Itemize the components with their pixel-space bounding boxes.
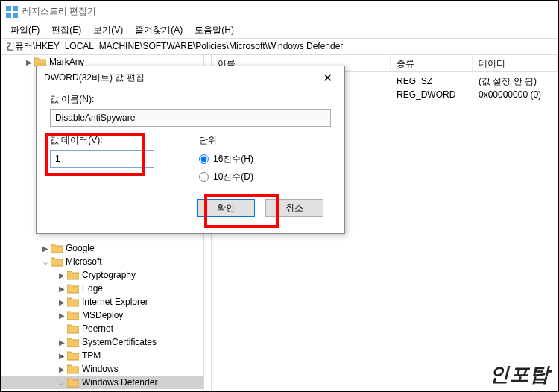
- tree-item-msdeploy[interactable]: ▶ MSDeploy: [1, 309, 203, 322]
- tree-label: Microsoft: [66, 256, 102, 267]
- folder-icon: [67, 283, 79, 294]
- folder-icon: [67, 323, 79, 334]
- radio-hex[interactable]: 16진수(H): [199, 150, 253, 168]
- tree-label: MSDeploy: [82, 310, 123, 320]
- tree-item-syscert[interactable]: ▶ SystemCertificates: [1, 335, 203, 349]
- tree-item-policy-manager[interactable]: Policy Manager: [1, 389, 203, 391]
- folder-icon: [67, 364, 79, 374]
- menu-file[interactable]: 파일(F): [4, 22, 45, 38]
- folder-icon: [51, 256, 63, 267]
- chevron-down-icon[interactable]: ⌵: [57, 379, 67, 387]
- col-header-data[interactable]: 데이터: [473, 55, 558, 71]
- menu-help[interactable]: 도움말(H): [189, 22, 240, 38]
- chevron-down-icon[interactable]: ⌵: [40, 258, 51, 266]
- edit-dword-dialog: DWORD(32비트) 값 편집 ✕ 값 이름(N): 값 데이터(V): 단위…: [36, 66, 345, 234]
- menu-favorites[interactable]: 즐겨찾기(A): [129, 22, 189, 38]
- chevron-right-icon[interactable]: ▶: [57, 312, 67, 320]
- chevron-right-icon[interactable]: ▶: [24, 58, 34, 66]
- tree-label: Windows Defender: [82, 377, 157, 388]
- tree-item-cryptography[interactable]: ▶ Cryptography: [1, 268, 203, 282]
- cell-data: (값 설정 안 됨): [473, 75, 558, 88]
- tree-item-windows[interactable]: ▶ Windows: [1, 362, 203, 376]
- menubar: 파일(F) 편집(E) 보기(V) 즐겨찾기(A) 도움말(H): [1, 22, 558, 39]
- col-header-type[interactable]: 종류: [391, 55, 473, 71]
- chevron-right-icon[interactable]: ▶: [57, 271, 67, 279]
- close-icon[interactable]: ✕: [318, 71, 337, 85]
- tree-label: Cryptography: [82, 270, 136, 280]
- folder-icon: [67, 350, 79, 361]
- watermark: 인포탑: [490, 361, 550, 388]
- chevron-right-icon[interactable]: ▶: [57, 285, 67, 293]
- tree-item-peernet[interactable]: Peernet: [1, 322, 203, 335]
- radio-dec[interactable]: 10진수(D): [199, 168, 253, 186]
- tree-item-edge[interactable]: ▶ Edge: [1, 282, 203, 295]
- chevron-right-icon[interactable]: ▶: [57, 365, 67, 373]
- addressbar[interactable]: 컴퓨터\HKEY_LOCAL_MACHINE\SOFTWARE\Policies…: [1, 39, 558, 55]
- tree-label: Internet Explorer: [82, 297, 148, 307]
- cancel-button[interactable]: 취소: [265, 199, 323, 217]
- folder-icon: [67, 377, 79, 388]
- folder-icon: [67, 270, 79, 280]
- tree-label: Edge: [82, 283, 103, 294]
- ok-button[interactable]: 확인: [197, 199, 255, 217]
- svg-rect-2: [6, 13, 11, 18]
- tree-label: Windows: [82, 364, 119, 374]
- chevron-right-icon[interactable]: ▶: [57, 338, 67, 347]
- tree-label: Google: [66, 243, 95, 253]
- cell-type: REG_DWORD: [391, 89, 473, 100]
- window-title: 레지스트리 편집기: [22, 5, 96, 18]
- folder-icon: [67, 310, 79, 320]
- folder-icon: [67, 337, 79, 347]
- window-titlebar: 레지스트리 편집기: [1, 1, 558, 22]
- base-label: 단위: [199, 134, 253, 147]
- address-path: 컴퓨터\HKEY_LOCAL_MACHINE\SOFTWARE\Policies…: [6, 40, 343, 53]
- menu-edit[interactable]: 편집(E): [45, 22, 87, 38]
- svg-rect-1: [13, 6, 18, 11]
- svg-rect-0: [6, 6, 11, 11]
- regedit-icon: [6, 6, 18, 18]
- tree-label: SystemCertificates: [82, 337, 157, 347]
- chevron-right-icon[interactable]: ▶: [57, 298, 67, 306]
- folder-icon: [67, 297, 79, 307]
- tree-label: TPM: [82, 350, 101, 361]
- value-name-input[interactable]: [50, 109, 331, 127]
- radio-hex-input[interactable]: [199, 154, 209, 164]
- folder-icon: [51, 243, 63, 253]
- radio-dec-label: 10진수(D): [213, 171, 253, 183]
- svg-rect-3: [13, 13, 18, 18]
- menu-view[interactable]: 보기(V): [87, 22, 129, 38]
- cell-type: REG_SZ: [391, 76, 473, 86]
- tree-label: Peernet: [82, 323, 113, 334]
- tree-item-google[interactable]: ▶ Google: [1, 241, 203, 255]
- value-data-input[interactable]: [50, 150, 154, 168]
- value-name-label: 값 이름(N):: [50, 93, 331, 106]
- tree-item-microsoft[interactable]: ⌵ Microsoft: [1, 255, 203, 268]
- dialog-titlebar[interactable]: DWORD(32비트) 값 편집 ✕: [37, 66, 344, 89]
- radio-dec-input[interactable]: [199, 172, 209, 182]
- radio-hex-label: 16진수(H): [213, 153, 253, 165]
- chevron-right-icon[interactable]: ▶: [57, 352, 67, 360]
- tree-item-tpm[interactable]: ▶ TPM: [1, 349, 203, 362]
- dialog-title: DWORD(32비트) 값 편집: [44, 72, 145, 84]
- value-data-label: 값 데이터(V):: [50, 134, 177, 147]
- chevron-right-icon[interactable]: ▶: [40, 244, 51, 253]
- tree-item-ie[interactable]: ▶ Internet Explorer: [1, 295, 203, 309]
- cell-data: 0x00000000 (0): [473, 89, 558, 100]
- tree-item-windows-defender[interactable]: ⌵ Windows Defender: [1, 376, 203, 389]
